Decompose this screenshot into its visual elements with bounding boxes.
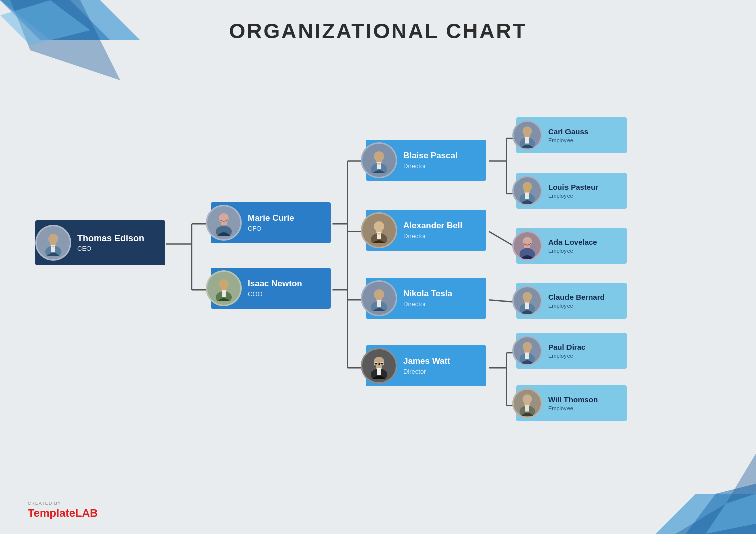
svg-rect-77 bbox=[525, 353, 529, 359]
emp3-card: Ada Lovelace Employee bbox=[516, 228, 627, 264]
emp2-role: Employee bbox=[548, 193, 598, 199]
svg-rect-66 bbox=[525, 193, 529, 199]
logo: CREATED BY TemplateLAB bbox=[28, 501, 98, 520]
dir4-role: Director bbox=[403, 368, 450, 375]
dir1-card: Blaise Pascal Director bbox=[366, 140, 486, 181]
dir1-info: Blaise Pascal Director bbox=[397, 147, 466, 173]
dir4-avatar bbox=[361, 348, 397, 384]
dir4-card: James Watt Director bbox=[366, 345, 486, 386]
dir4-info: James Watt Director bbox=[397, 352, 458, 379]
svg-rect-69 bbox=[524, 245, 530, 248]
dir2-info: Alexander Bell Director bbox=[397, 217, 470, 243]
ceo-card: Thomas Edison CEO bbox=[35, 220, 165, 265]
chart-area: Thomas Edison CEO Marie Curie CFO bbox=[20, 60, 736, 494]
svg-rect-81 bbox=[525, 405, 529, 412]
vp1-info: Marie Curie CFO bbox=[242, 209, 302, 236]
emp4-avatar bbox=[512, 286, 542, 316]
ceo-name: Thomas Edison bbox=[77, 233, 144, 244]
emp5-card: Paul Dirac Employee bbox=[516, 333, 627, 369]
connector-lines bbox=[20, 60, 736, 494]
dir3-card: Nikola Tesla Director bbox=[366, 278, 486, 319]
emp4-info: Claude Bernard Employee bbox=[542, 289, 613, 313]
emp3-info: Ada Lovelace Employee bbox=[542, 234, 605, 258]
emp5-avatar bbox=[512, 336, 542, 366]
emp5-name: Paul Dirac bbox=[548, 343, 585, 352]
svg-rect-53 bbox=[374, 363, 384, 365]
dir1-role: Director bbox=[403, 162, 458, 170]
dir2-card: Alexander Bell Director bbox=[366, 210, 486, 251]
svg-rect-62 bbox=[525, 137, 529, 144]
svg-point-63 bbox=[523, 182, 532, 191]
svg-point-48 bbox=[374, 289, 384, 299]
svg-point-33 bbox=[219, 213, 229, 223]
vp2-card: Isaac Newton COO bbox=[211, 268, 331, 309]
ceo-role: CEO bbox=[77, 245, 144, 252]
emp2-card: Louis Pasteur Employee bbox=[516, 173, 627, 209]
logo-brand: TemplateLAB bbox=[28, 507, 98, 520]
emp1-name: Carl Gauss bbox=[548, 127, 588, 136]
logo-lab: LAB bbox=[75, 507, 98, 519]
dir3-name: Nikola Tesla bbox=[403, 289, 452, 299]
svg-rect-51 bbox=[377, 300, 381, 307]
emp1-avatar bbox=[512, 120, 542, 150]
emp1-role: Employee bbox=[548, 137, 588, 143]
dir2-avatar bbox=[361, 212, 397, 248]
vp1-role: CFO bbox=[248, 225, 294, 232]
dir3-avatar bbox=[361, 280, 397, 316]
emp3-role: Employee bbox=[548, 248, 597, 254]
svg-point-52 bbox=[374, 357, 384, 367]
svg-point-29 bbox=[48, 234, 58, 244]
emp5-role: Employee bbox=[548, 353, 585, 359]
svg-point-59 bbox=[523, 126, 532, 136]
dir1-name: Blaise Pascal bbox=[403, 151, 458, 161]
emp2-name: Louis Pasteur bbox=[548, 183, 598, 192]
emp3-name: Ada Lovelace bbox=[548, 238, 597, 247]
svg-rect-39 bbox=[222, 290, 226, 297]
emp1-card: Carl Gauss Employee bbox=[516, 117, 627, 153]
emp6-avatar bbox=[512, 388, 542, 418]
ceo-avatar bbox=[35, 225, 71, 261]
emp4-name: Claude Bernard bbox=[548, 293, 605, 302]
emp3-avatar bbox=[512, 231, 542, 261]
emp6-card: Will Thomson Employee bbox=[516, 385, 627, 421]
svg-point-78 bbox=[523, 394, 532, 404]
dir4-name: James Watt bbox=[403, 356, 450, 366]
emp6-info: Will Thomson Employee bbox=[542, 391, 606, 415]
logo-template: Template bbox=[28, 507, 75, 519]
emp4-card: Claude Bernard Employee bbox=[516, 283, 627, 319]
svg-point-36 bbox=[219, 279, 229, 289]
svg-point-70 bbox=[523, 292, 532, 301]
emp2-info: Louis Pasteur Employee bbox=[542, 179, 606, 203]
svg-point-44 bbox=[374, 221, 384, 231]
svg-rect-35 bbox=[221, 222, 227, 225]
svg-rect-58 bbox=[377, 368, 381, 375]
emp4-role: Employee bbox=[548, 303, 605, 309]
svg-point-40 bbox=[374, 151, 384, 161]
page-title: ORGANIZATIONAL CHART bbox=[0, 19, 756, 43]
vp2-avatar bbox=[206, 270, 242, 306]
vp2-role: COO bbox=[248, 290, 302, 298]
emp2-avatar bbox=[512, 176, 542, 206]
logo-created-by: CREATED BY bbox=[28, 501, 61, 506]
svg-point-74 bbox=[523, 342, 532, 351]
dir1-avatar bbox=[361, 142, 397, 178]
dir2-role: Director bbox=[403, 232, 462, 240]
vp2-info: Isaac Newton COO bbox=[242, 275, 310, 301]
svg-rect-73 bbox=[525, 303, 529, 309]
vp1-avatar bbox=[206, 205, 242, 241]
vp1-name: Marie Curie bbox=[248, 213, 294, 223]
dir3-role: Director bbox=[403, 300, 452, 308]
vp1-card: Marie Curie CFO bbox=[211, 202, 331, 243]
ceo-info: Thomas Edison CEO bbox=[71, 229, 152, 257]
emp5-info: Paul Dirac Employee bbox=[542, 339, 593, 363]
emp6-role: Employee bbox=[548, 405, 598, 411]
vp2-name: Isaac Newton bbox=[248, 279, 302, 289]
emp6-name: Will Thomson bbox=[548, 395, 598, 404]
emp1-info: Carl Gauss Employee bbox=[542, 123, 596, 147]
dir2-name: Alexander Bell bbox=[403, 221, 462, 231]
dir3-info: Nikola Tesla Director bbox=[397, 285, 460, 311]
